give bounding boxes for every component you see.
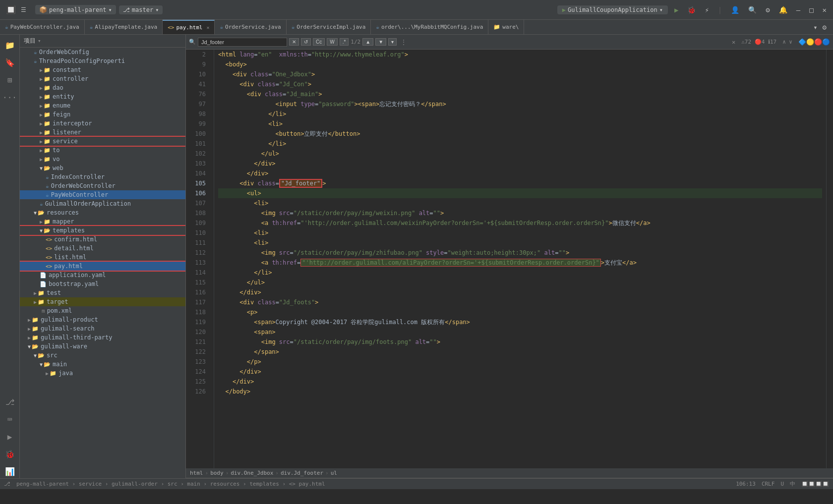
search-refresh-button[interactable]: ↺ bbox=[301, 38, 311, 46]
search-input[interactable] bbox=[198, 38, 287, 47]
sidebar-item-label: gulimall-search bbox=[41, 325, 94, 332]
tab-orderserviceimpl[interactable]: ☕ OrderServiceImpl.java bbox=[287, 20, 371, 35]
search-close-icon[interactable]: ✕ bbox=[732, 39, 735, 46]
sidebar-item-listener[interactable]: ▶ 📁 listener bbox=[20, 128, 185, 137]
search-clear-button[interactable]: ✕ bbox=[289, 38, 299, 46]
profile-button[interactable]: ⚡ bbox=[702, 5, 711, 15]
run-button[interactable]: ▶ bbox=[672, 5, 681, 15]
sidebar-item-vo[interactable]: ▶ 📁 vo bbox=[20, 155, 185, 164]
sidebar-item-src[interactable]: ▼ 📂 src bbox=[20, 351, 185, 360]
sidebar-item-label: OrderWebConfig bbox=[39, 49, 89, 56]
sidebar-item-resources[interactable]: ▼ 📂 resources bbox=[20, 208, 185, 217]
debug-button[interactable]: 🐞 bbox=[685, 5, 698, 15]
status-crlf[interactable]: CRLF bbox=[762, 480, 775, 488]
expand-icon: ▶ bbox=[40, 94, 43, 100]
breadcrumb-part: html bbox=[190, 470, 203, 476]
sidebar-item-paywebcontroller[interactable]: ☕ PayWebController bbox=[20, 190, 185, 199]
sidebar-item-indexcontroller[interactable]: ☕ IndexController bbox=[20, 172, 185, 181]
sidebar-item-to[interactable]: ▶ 📁 to bbox=[20, 146, 185, 155]
sidebar-item-entity[interactable]: ▶ 📁 entity bbox=[20, 92, 185, 101]
branch-selector[interactable]: ⎇ master ▾ bbox=[119, 5, 163, 14]
sidebar-item-threadpool[interactable]: ☕ ThreadPoolConfigProperti bbox=[20, 56, 185, 65]
sidebar-item-templates[interactable]: ▼ 📂 templates bbox=[20, 226, 185, 235]
sidebar-item-listhtml[interactable]: <> list.html bbox=[20, 253, 185, 262]
add-user-icon[interactable]: 👤 bbox=[728, 5, 742, 15]
sidebar-item-java[interactable]: ▶ 📁 java bbox=[20, 369, 185, 378]
tab-overflow-icon[interactable]: ▾ bbox=[811, 22, 820, 32]
close-icon[interactable]: ✕ bbox=[820, 5, 829, 15]
html-icon: <> bbox=[46, 263, 52, 270]
sidebar-item-orderwebcontroller[interactable]: ☕ OrderWebController bbox=[20, 181, 185, 190]
html-icon: <> bbox=[46, 254, 52, 261]
code-editor[interactable]: <html lang="en" xmlns:th="http://www.thy… bbox=[214, 50, 826, 468]
sidebar-item-confirmhtml[interactable]: <> confirm.html bbox=[20, 235, 185, 244]
run-icon[interactable]: ▶ bbox=[5, 430, 14, 444]
status-charset[interactable]: U bbox=[780, 480, 784, 488]
branch-dropdown-icon[interactable]: ▾ bbox=[155, 6, 159, 13]
tab-alipaytemplate[interactable]: ☕ AlipayTemplate.java bbox=[85, 20, 163, 35]
app-dropdown-icon[interactable]: ▾ bbox=[659, 6, 663, 13]
sidebar-item-web[interactable]: ▼ 📂 web bbox=[20, 164, 185, 172]
tab-payhtml[interactable]: <> pay.html ✕ bbox=[163, 20, 215, 35]
sidebar-item-gulimall-ware[interactable]: ▼ 📂 gulimall-ware bbox=[20, 342, 185, 351]
sidebar-item-gulimall-product[interactable]: ▶ 📁 gulimall-product bbox=[20, 315, 185, 324]
search-word-button[interactable]: W bbox=[327, 38, 337, 46]
search-next-button[interactable]: ▼ bbox=[375, 38, 386, 46]
sidebar-item-feign[interactable]: ▶ 📁 feign bbox=[20, 110, 185, 119]
folder-icon: 📁 bbox=[38, 299, 45, 305]
sidebar-item-service[interactable]: ▶ 📁 service bbox=[20, 137, 185, 146]
sidebar-item-target[interactable]: ▶ 📁 target bbox=[20, 297, 185, 306]
notification-icon[interactable]: 🔔 bbox=[776, 5, 790, 15]
search-prev-button[interactable]: ▲ bbox=[362, 38, 373, 46]
search-icon[interactable]: 🔍 bbox=[746, 5, 759, 15]
profiler-icon[interactable]: 📊 bbox=[3, 465, 17, 478]
project-tree-icon[interactable]: 📁 bbox=[3, 39, 17, 52]
sidebar-item-dao[interactable]: ▶ 📁 dao bbox=[20, 83, 185, 92]
settings-icon[interactable]: ⚙ bbox=[763, 5, 772, 15]
sidebar-item-mapper[interactable]: ▶ 📁 mapper bbox=[20, 217, 185, 226]
sidebar-item-constant[interactable]: ▶ 📁 constant bbox=[20, 65, 185, 74]
project-selector[interactable]: 📦 peng-mall-parent ▾ bbox=[35, 5, 116, 14]
status-git-icon[interactable]: ⎇ bbox=[4, 481, 10, 487]
menu-hamburger[interactable]: ☰ bbox=[18, 5, 29, 14]
search-case-button[interactable]: Cc bbox=[313, 38, 325, 46]
app-selector[interactable]: ▶ GulimallCouponApplication ▾ bbox=[557, 5, 668, 14]
sidebar-item-controller[interactable]: ▶ 📁 controller bbox=[20, 74, 185, 83]
git-icon[interactable]: ⎇ bbox=[3, 395, 16, 409]
tab-ware[interactable]: 📁 ware\ bbox=[488, 20, 524, 35]
sidebar-item-test[interactable]: ▶ 📁 test bbox=[20, 288, 185, 297]
tab-label: PayWebController.java bbox=[10, 24, 79, 30]
tab-settings-icon[interactable]: ⚙ bbox=[820, 22, 829, 32]
structure-icon[interactable]: ⊞ bbox=[5, 73, 14, 87]
sidebar-item-bootstrapyaml[interactable]: 📄 bootstrap.yaml bbox=[20, 280, 185, 288]
sidebar-item-pomxml[interactable]: m pom.xml bbox=[20, 306, 185, 315]
minimize-icon[interactable]: — bbox=[794, 5, 803, 15]
status-lang[interactable]: 中 bbox=[790, 480, 795, 488]
more-tools-icon[interactable]: ··· bbox=[0, 91, 19, 104]
sidebar-item-gulimall-third-party[interactable]: ▶ 📁 gulimall-third-party bbox=[20, 333, 185, 342]
search-count: 1/2 bbox=[351, 39, 360, 45]
sidebar-item-applicationyaml[interactable]: 📄 application.yaml bbox=[20, 271, 185, 280]
project-dropdown-icon[interactable]: ▾ bbox=[109, 6, 112, 13]
status-line-col[interactable]: 106:13 bbox=[736, 480, 756, 488]
search-filter-button[interactable]: ▾ bbox=[388, 38, 397, 46]
sidebar-item-enume[interactable]: ▶ 📁 enume bbox=[20, 101, 185, 110]
sidebar-item-gulimall-search[interactable]: ▶ 📁 gulimall-search bbox=[20, 324, 185, 333]
sidebar-item-interceptor[interactable]: ▶ 📁 interceptor bbox=[20, 119, 185, 128]
sidebar-item-main[interactable]: ▼ 📂 main bbox=[20, 360, 185, 369]
search-regex-button[interactable]: .* bbox=[340, 38, 349, 46]
tab-rabbitmq[interactable]: ☕ order\...\MyRabbitMQConfig.java bbox=[371, 20, 488, 35]
sidebar-item-payhtml[interactable]: <> pay.html bbox=[20, 262, 185, 271]
sidebar-item-label: interceptor bbox=[53, 120, 92, 127]
bookmarks-icon[interactable]: 🔖 bbox=[3, 56, 17, 69]
terminal-icon[interactable]: ⌨ bbox=[5, 413, 14, 426]
sidebar-item-orderwebconfig[interactable]: ☕ OrderWebConfig bbox=[20, 48, 185, 56]
debug-icon[interactable]: 🐞 bbox=[3, 448, 17, 461]
sidebar-item-detailhtml[interactable]: <> detail.html bbox=[20, 244, 185, 253]
tab-orderservice[interactable]: ☕ OrderService.java bbox=[215, 20, 286, 35]
maximize-icon[interactable]: □ bbox=[807, 5, 816, 15]
tab-paywebcontroller[interactable]: ☕ PayWebController.java bbox=[0, 20, 85, 35]
project-dropdown-icon[interactable]: ▾ bbox=[38, 38, 41, 44]
tab-close-icon[interactable]: ✕ bbox=[206, 25, 209, 30]
sidebar-item-gulimallorderapplication[interactable]: ☕ GulimallOrderApplication bbox=[20, 199, 185, 208]
